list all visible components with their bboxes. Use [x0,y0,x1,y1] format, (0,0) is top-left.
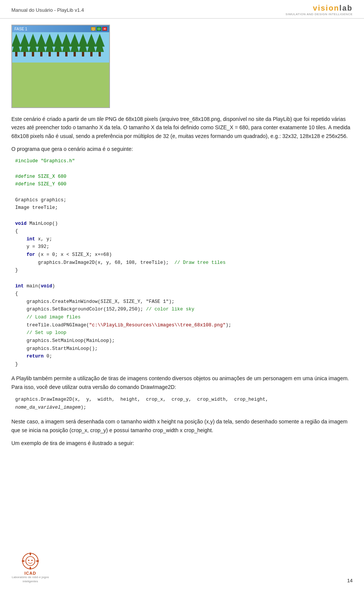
page-number: 14 [347,578,353,583]
svg-marker-25 [78,34,88,47]
page-footer: ICAD Laboratório de robô e jogos intelig… [11,552,353,583]
code-line-close1: } [15,266,353,274]
header-title: Manual do Usuário - PlayLib v1.4 [11,7,84,13]
svg-marker-16 [53,34,63,47]
code-block-2: graphics.DrawImage2D(x, y, width, height… [11,396,353,411]
svg-marker-19 [61,34,71,47]
svg-rect-23 [74,52,76,56]
svg-rect-35 [30,553,31,555]
code-line-for: for (x = 0; x < SIZE_X; x+=68) [15,251,353,259]
code-line-close2: } [15,361,353,368]
svg-marker-10 [36,34,46,47]
screenshot-image: FASE 1 _ □ ✕ [11,25,110,108]
screenshot-sky [12,32,109,63]
window-title: FASE 1 [14,27,27,31]
minimize-button: _ [91,27,96,31]
paragraph-5: Um exemplo de tira de imagens é ilustrad… [11,439,353,447]
svg-rect-8 [32,52,34,56]
code-line-open1: { [15,227,353,235]
code-line-drawimage2d-sig1: graphics.DrawImage2D(x, y, width, height… [15,396,353,404]
svg-rect-26 [82,52,84,56]
svg-point-34 [26,557,35,566]
visionlab-tagline: SIMULATION AND DESIGN INTELLIGENCE [286,13,353,16]
visionlab-name: visionlab [313,4,353,13]
visionlab-logo: visionlab SIMULATION AND DESIGN INTELLIG… [286,4,353,16]
code-line-include: #include "Graphics.h" [15,157,353,165]
svg-marker-22 [70,34,80,47]
page-content: FASE 1 _ □ ✕ [0,25,364,475]
svg-rect-11 [40,52,42,56]
code-line-loadpng: treeTile.LoadPNGImage("c:\\PlayLib_Resou… [15,321,353,329]
code-line-startmainloop: graphics.StartMainLoop(); [15,345,353,353]
page-header: Manual do Usuário - PlayLib v1.4 visionl… [0,0,364,19]
svg-rect-5 [24,52,26,56]
svg-marker-4 [20,34,30,47]
code-line-int-xy: int x, y; [15,235,353,243]
svg-rect-2 [15,52,17,56]
icad-logo-icon [21,552,39,570]
code-line-blank4 [15,274,353,282]
code-line-graphics: Graphics graphics; [15,196,353,204]
code-line-blank3 [15,212,353,220]
svg-point-40 [31,560,33,561]
close-button: ✕ [102,27,107,31]
svg-marker-13 [45,34,55,47]
code-line-setbg: graphics.SetBackgroundColor(152,209,250)… [15,306,353,314]
footer-logo: ICAD Laboratório de robô e jogos intelig… [11,552,49,583]
svg-marker-7 [28,34,38,47]
maximize-button: □ [97,27,101,31]
svg-rect-14 [49,52,51,56]
svg-point-33 [22,553,38,569]
para1-text: Este cenário é criado a partir de um [11,116,97,122]
svg-rect-32 [99,52,101,56]
svg-marker-31 [95,34,105,47]
code-line-setmainloop: graphics.SetMainLoop(MainLoop); [15,337,353,345]
footer-logo-text: ICAD [25,571,36,575]
code-line-open2: { [15,290,353,298]
window-controls: _ □ ✕ [91,27,107,31]
paragraph-3: A Playlib também permite a utilização de… [11,374,353,391]
code-line-draw: graphics.DrawImage2D(x, y, 68, 108, tree… [15,259,353,267]
svg-rect-29 [90,52,93,56]
code-line-define-y: #define SIZE_Y 600 [15,180,353,188]
screenshot-titlebar: FASE 1 _ □ ✕ [12,25,109,32]
code-block-1: #include "Graphics.h" #define SIZE_X 680… [11,157,353,368]
svg-marker-28 [86,34,96,47]
code-line-create-window: graphics.CreateMainWindow(SIZE_X, SIZE_Y… [15,298,353,306]
svg-rect-37 [22,561,25,562]
code-line-image: Image treeTile; [15,204,353,212]
trees-svg [12,32,109,63]
svg-marker-1 [12,34,21,47]
footer-logo-sub: Laboratório de robô e jogos inteligentes [11,575,49,583]
code-line-comment-setup: // Set up loop [15,329,353,337]
paragraph-4: Neste caso, a imagem será desenhada com … [11,417,353,434]
code-line-void-mainloop: void MainLoop() [15,220,353,228]
svg-rect-20 [65,52,67,56]
code-line-drawimage2d-sig2: nome_da_variável_imagem); [15,404,353,412]
svg-rect-38 [36,561,39,562]
code-line-blank2 [15,188,353,196]
code-line-comment-load: // Load image files [15,314,353,321]
para1-italic: tile [97,116,104,122]
code-line-return: return 0; [15,353,353,361]
code-line-define-x: #define SIZE_X 680 [15,173,353,181]
code-line-int-main: int main(void) [15,282,353,290]
paragraph-2: O programa que gera o cenário acima é o … [11,145,353,153]
screenshot-ground [12,63,109,108]
svg-rect-36 [30,567,31,570]
svg-rect-17 [57,52,59,56]
svg-point-39 [28,560,29,561]
paragraph-1: Este cenário é criado a partir de um til… [11,115,353,140]
code-line-blank1 [15,165,353,173]
code-line-y392: y = 392; [15,243,353,251]
